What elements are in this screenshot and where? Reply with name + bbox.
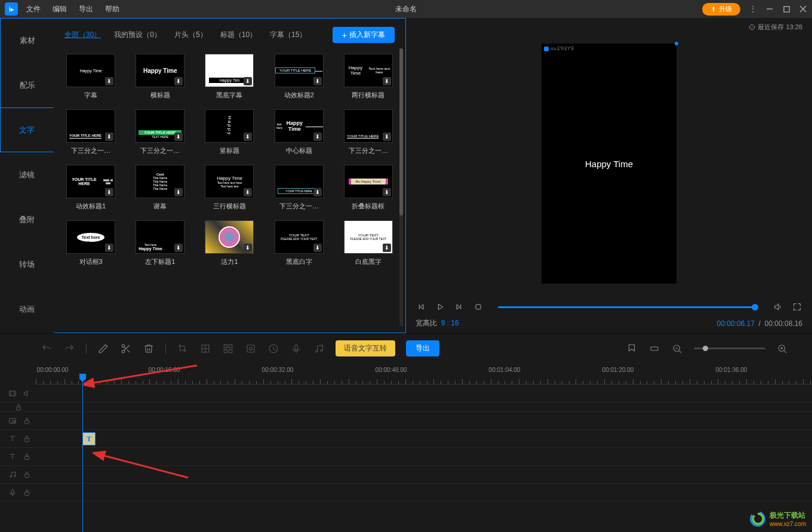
mute-icon[interactable] xyxy=(23,389,31,398)
sidebar-item-text[interactable]: 文字 xyxy=(0,107,54,152)
scissors-icon[interactable] xyxy=(120,343,132,355)
maximize-icon[interactable] xyxy=(782,5,791,13)
fullscreen-icon[interactable] xyxy=(792,302,802,312)
tab-subtitles[interactable]: 字幕（15） xyxy=(270,30,306,40)
template-item[interactable]: Text here●●⬇对话框3 xyxy=(64,220,117,266)
freeze-icon[interactable] xyxy=(245,343,257,355)
download-icon[interactable]: ⬇ xyxy=(383,133,391,141)
download-icon[interactable]: ⬇ xyxy=(244,188,252,196)
template-item[interactable]: YOUR TITLE HERETEXT HERE⬇下三分之一… xyxy=(134,109,186,155)
template-item[interactable]: Happy TimeText here text here⬇两行横标题 xyxy=(342,54,395,100)
template-item[interactable]: YOUR TEXTPLEASE ADD YOUR TEXT⬇黑底白字 xyxy=(273,220,325,266)
next-frame-button[interactable] xyxy=(454,302,465,312)
tab-all[interactable]: 全部（30） xyxy=(64,30,101,40)
lock-icon[interactable] xyxy=(23,488,31,497)
template-item[interactable]: YOUR TITLE HERE⬇下三分之一… xyxy=(273,165,325,211)
download-icon[interactable]: ⬇ xyxy=(174,244,183,252)
text-clip[interactable]: T xyxy=(82,432,96,445)
download-icon[interactable]: ⬇ xyxy=(244,77,252,85)
prev-frame-button[interactable] xyxy=(416,302,426,312)
preview-canvas[interactable]: AЬƐҠƐƳƎ Happy Time xyxy=(542,44,676,284)
resize-handle[interactable] xyxy=(675,42,678,45)
download-icon[interactable]: ⬇ xyxy=(105,77,113,85)
close-icon[interactable] xyxy=(799,5,807,13)
speed-icon[interactable] xyxy=(267,343,279,355)
menu-export[interactable]: 导出 xyxy=(79,4,93,14)
template-item[interactable]: Happy Time⬇横标题 xyxy=(134,54,186,100)
download-icon[interactable]: ⬇ xyxy=(244,133,252,141)
lock-icon[interactable] xyxy=(23,435,31,443)
menu-help[interactable]: 帮助 xyxy=(105,4,119,14)
download-icon[interactable]: ⬇ xyxy=(313,244,322,252)
menu-edit[interactable]: 编辑 xyxy=(53,4,67,14)
sidebar-item-overlay[interactable]: 叠附 xyxy=(0,197,54,242)
template-item[interactable]: Be Happy Time!⬇折叠标题框 xyxy=(342,165,395,211)
undo-icon[interactable] xyxy=(41,343,53,355)
redo-icon[interactable] xyxy=(63,343,75,355)
template-item[interactable]: Happy⬇竖标题 xyxy=(203,109,256,155)
download-icon[interactable]: ⬇ xyxy=(383,77,391,85)
zoom-out-icon[interactable] xyxy=(671,343,683,355)
voice-text-button[interactable]: 语音文字互转 xyxy=(336,340,395,356)
trash-icon[interactable] xyxy=(143,343,155,355)
template-item[interactable]: text hereHappy Time⬇中心标题 xyxy=(273,109,325,155)
template-item[interactable]: ⬇活力1 xyxy=(203,220,256,266)
track-mic[interactable] xyxy=(0,484,812,502)
crop-icon[interactable] xyxy=(177,343,189,355)
zoom-slider[interactable] xyxy=(694,348,765,349)
lock-icon[interactable] xyxy=(23,453,31,461)
play-button[interactable] xyxy=(435,302,445,312)
track-text-2[interactable] xyxy=(0,448,812,466)
download-icon[interactable]: ⬇ xyxy=(105,133,113,141)
sidebar-item-material[interactable]: 素材 xyxy=(0,18,54,63)
template-item[interactable]: Happy Tim⬇黑底字幕 xyxy=(203,54,256,100)
tab-openers[interactable]: 片头（5） xyxy=(174,30,207,40)
insert-subtitle-button[interactable]: +插入新字幕 xyxy=(333,27,395,43)
lock-icon[interactable] xyxy=(23,417,31,425)
template-item[interactable]: YOUR TITLE HERE━━━━⬇动效标题2 xyxy=(273,54,325,100)
download-icon[interactable]: ⬇ xyxy=(174,77,183,85)
sidebar-item-animation[interactable]: 动画 xyxy=(0,287,54,331)
time-ruler[interactable]: 00:00:00.00 00:00:16.00 00:00:32.00 00:0… xyxy=(36,363,812,385)
template-item[interactable]: YOUR TEXTPLEASE ADD YOUR TEXT⬇白底黑字 xyxy=(342,220,395,266)
sidebar-item-transition[interactable]: 转场 xyxy=(0,242,54,287)
playhead[interactable] xyxy=(82,375,83,532)
pencil-icon[interactable] xyxy=(97,343,109,355)
template-item[interactable]: Happy Time⬇字幕 xyxy=(64,54,117,100)
fit-icon[interactable] xyxy=(648,343,660,355)
menu-file[interactable]: 文件 xyxy=(26,4,41,14)
sidebar-item-music[interactable]: 配乐 xyxy=(0,63,54,107)
track-video[interactable] xyxy=(0,385,812,402)
lock-icon[interactable] xyxy=(14,403,23,411)
download-icon[interactable]: ⬇ xyxy=(313,188,322,196)
download-icon[interactable]: ⬇ xyxy=(313,133,322,141)
template-item[interactable]: CastTitle NameTitle NameTitle NameTitle … xyxy=(134,165,186,211)
download-icon[interactable]: ⬇ xyxy=(174,133,183,141)
template-item[interactable]: YOUR TITLE HERE⬇下三分之一… xyxy=(64,109,117,155)
download-icon[interactable]: ⬇ xyxy=(313,77,322,85)
track-pip[interactable] xyxy=(0,412,812,430)
download-icon[interactable]: ⬇ xyxy=(105,244,113,252)
zoom-in-icon[interactable] xyxy=(776,343,788,355)
download-icon[interactable]: ⬇ xyxy=(174,188,183,196)
track-audio[interactable] xyxy=(0,466,812,484)
download-icon[interactable]: ⬇ xyxy=(383,244,391,252)
template-item[interactable]: Happy TimeText here text hereText here t… xyxy=(203,165,256,211)
upgrade-button[interactable]: 升级 xyxy=(702,3,740,16)
stop-button[interactable] xyxy=(473,302,484,312)
volume-icon[interactable] xyxy=(773,302,783,312)
download-icon[interactable]: ⬇ xyxy=(105,188,113,196)
marker-icon[interactable] xyxy=(626,343,638,355)
voice-icon[interactable] xyxy=(290,343,302,355)
more-icon[interactable]: ⋮ xyxy=(749,5,757,13)
template-item[interactable]: YOUR TITLE HERE⬇下三分之一… xyxy=(342,109,395,155)
grid-icon[interactable] xyxy=(222,343,234,355)
tab-presets[interactable]: 我的预设（0） xyxy=(114,30,161,40)
track-text-1[interactable]: T xyxy=(0,430,812,448)
mosaic-icon[interactable] xyxy=(199,343,211,355)
progress-bar[interactable] xyxy=(498,306,758,308)
template-item[interactable]: Text hereHappy Time⬇左下标题1 xyxy=(134,220,186,266)
tab-titles[interactable]: 标题（10） xyxy=(220,30,257,40)
templates-scrollbar[interactable] xyxy=(399,48,403,327)
sidebar-item-filter[interactable]: 滤镜 xyxy=(0,152,54,197)
